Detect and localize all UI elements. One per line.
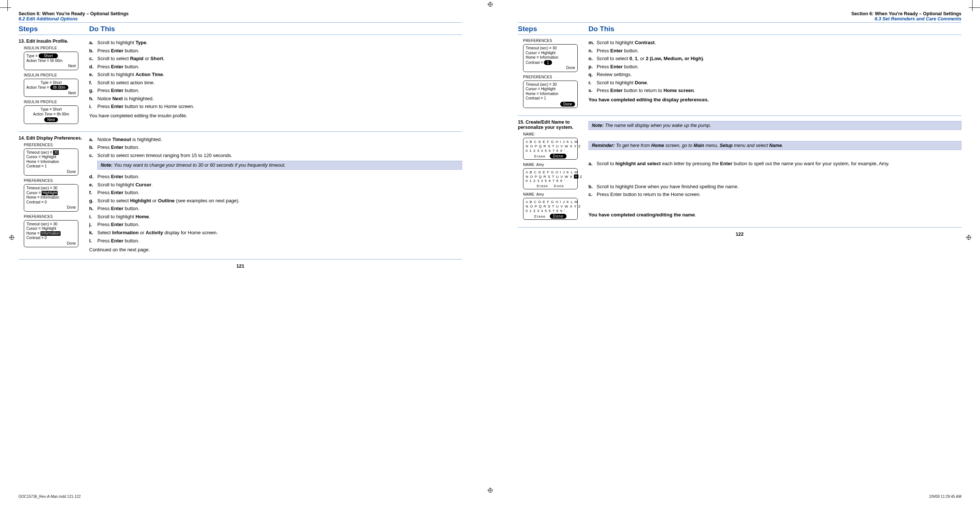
substep-text: Scroll to highlight Contrast. [597,40,961,46]
page-header: Section 6: When You're Ready – Optional … [19,11,462,22]
substeps: d.Press Enter button. e.Scroll to highli… [89,173,462,245]
device-screen: A B C D E F G H I J K L M N O P Q R S T … [523,168,578,190]
do-this-heading: Do This [89,24,462,34]
divider [518,227,961,228]
steps-heading: Steps [518,24,585,34]
screen-title: PREFERENCES [24,143,86,147]
substep-text: Press Enter button. [97,173,462,180]
done-label: Done [554,184,564,188]
divider [518,22,961,23]
highlighted-letter: Y [574,174,578,179]
divider [19,132,462,132]
highlighted-value: 8h 00m [50,85,68,90]
substep-text: Scroll to select 0, 1, or 2 (Low, Medium… [597,56,961,62]
crop-mark [8,0,8,11]
registration-mark [487,487,493,493]
highlighted-value: Short [39,54,58,58]
highlighted-value: Information [40,231,60,236]
substep-text: Scroll to highlight Done when you have f… [597,183,961,190]
step-15: 15. Create/Edit Name to personalize your… [518,119,961,223]
substep-text: Press Enter button. [97,144,462,151]
highlighted-value: 1 [544,60,552,65]
indesign-timestamp: 2/9/09 11:29:45 AM [929,495,961,498]
screen-title: NAME: Amy [523,163,585,167]
divider [518,116,961,116]
substep-text: Press Enter button. [97,48,462,54]
divider [19,35,462,35]
registration-mark [487,2,493,7]
done-highlighted: Done [550,154,566,159]
substeps: a.Scroll to highlight Type. b.Press Ente… [89,39,462,111]
screen-next: Next [24,91,78,97]
substep-text: Scroll to highlight Cursor. [97,182,462,188]
completion-text: You have completed editing the display p… [589,97,961,103]
step-14-continued: PREFERENCES Timeout (sec) = 30 Cursor = … [518,39,961,111]
highlighted-value: 30 [53,150,59,155]
divider [19,259,462,260]
step-title: 14. Edit Display Preferences. [19,135,86,141]
page-spread: Section 6: When You're Ready – Optional … [19,11,961,484]
step-14: 14. Edit Display Preferences. PREFERENCE… [19,135,462,255]
screen-done-highlighted: Done [560,102,575,106]
substep-text: Scroll to highlight and select each lett… [597,160,961,167]
erase-label: Erase [534,154,546,158]
screen-title: PREFERENCES [24,179,86,182]
substep-text: Press Enter button. [97,87,462,94]
screen-done: Done [24,170,78,176]
substeps: m.Scroll to highlight Contrast. n.Press … [589,39,961,95]
substep-text: Press Enter button to return to Home scr… [97,103,462,110]
crop-mark [972,0,972,11]
step-title: 15. Create/Edit Name to personalize your… [518,119,585,130]
do-this-heading: Do This [589,24,961,34]
section-title: Section 6: When You're Ready – Optional … [19,11,462,16]
device-screen: Timeout (sec) = 30 Cursor = Highlight Ho… [24,149,78,176]
substep-text: Press Enter button. [97,238,462,244]
device-screen: Type = Short Action Time = 5h 00m Next [24,52,78,70]
substep-text: Notice Timeout is highlighted. [97,136,462,143]
substep-text: Scroll to select action time. [97,79,462,86]
substep-text: Press Enter button. [97,63,462,70]
page-number: 122 [518,231,961,237]
substep-text: Press Enter button to return to Home scr… [597,87,961,94]
divider [518,35,961,35]
substep-text: Scroll to select Highlight or Outline (s… [97,198,462,204]
done-highlighted: Done [550,214,566,219]
substep-text: Notice Next is highlighted. [97,95,462,102]
substeps: b.Scroll to highlight Done when you have… [589,182,961,198]
device-screen: A B C D E F G H I J K L M N O P Q R S T … [523,138,578,160]
screen-title: PREFERENCES [24,214,86,219]
substeps: a.Notice Timeout is highlighted. b.Press… [89,135,462,160]
step-13: 13. Edit Insulin Profile. INSULIN PROFIL… [19,39,462,127]
device-screen: Timeout (sec) = 30 Cursor = Highlight Ho… [24,184,78,212]
substeps: a.Scroll to highlight and select each le… [589,160,961,168]
screen-title: INSULIN PROFILE [24,46,86,50]
screen-next-highlighted: Next [44,117,58,122]
substep-text: Scroll to highlight Home. [97,214,462,220]
subsection-title: 6.3 Set Reminders and Care Comments [518,16,961,22]
erase-label: Erase [534,214,546,218]
content-columns: Steps Do This [518,24,961,34]
registration-mark [966,235,971,240]
substep-text: Press Enter button. [97,189,462,196]
crop-mark [0,8,11,8]
indesign-slug: DOC15736_Rev-A-Man.indd 121-122 [19,495,81,498]
device-screen: A B C D E F G H I J K L M N O P Q R S T … [523,198,578,220]
screen-title: PREFERENCES [523,75,585,79]
screen-title: INSULIN PROFILE [24,100,86,104]
substep-text: Press Enter button to return to the Home… [597,191,961,198]
device-screen: Type = Short Action Time = 8h 00m Next [24,105,78,124]
step-title: 13. Edit Insulin Profile. [19,39,86,44]
steps-heading: Steps [19,24,86,34]
highlighted-value: Highlight [41,191,57,196]
registration-mark [9,235,14,240]
page-header: Section 6: When You're Ready – Optional … [518,11,961,22]
completion-text: You have completed creating/editing the … [589,212,961,217]
screen-title: PREFERENCES [523,39,585,43]
device-screen: Timeout (sec) = 30 Cursor = Highlight Ho… [24,220,78,247]
steps-column: Steps [19,24,86,34]
substep-text: Scroll to highlight Done. [597,79,961,86]
page-number: 121 [19,263,462,269]
page-121: Section 6: When You're Ready – Optional … [19,11,462,484]
reminder-callout: Reminder: To get here from Home screen, … [589,141,961,150]
erase-label: Erase [537,184,548,188]
